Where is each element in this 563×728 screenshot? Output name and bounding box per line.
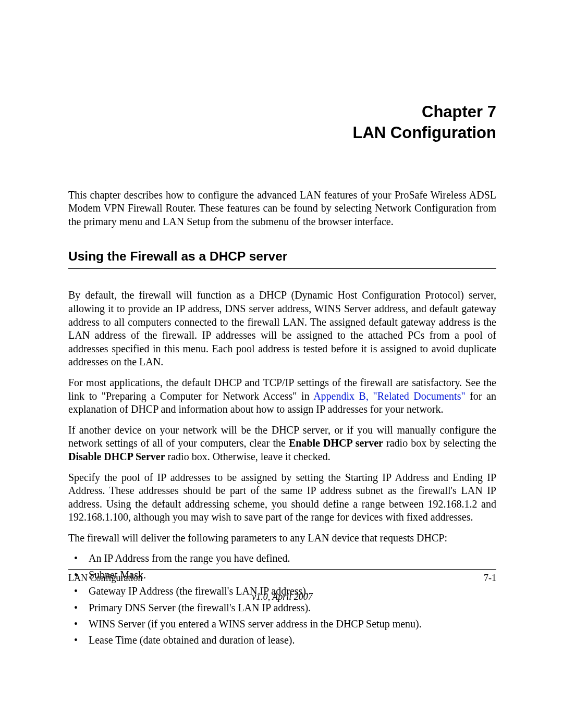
chapter-title: Chapter 7 LAN Configuration bbox=[68, 102, 496, 144]
paragraph-4: Specify the pool of IP addresses to be a… bbox=[68, 471, 496, 524]
appendix-b-link[interactable]: Appendix B, "Related Documents" bbox=[313, 390, 465, 402]
list-item: WINS Server (if you entered a WINS serve… bbox=[68, 618, 496, 631]
chapter-name: LAN Configuration bbox=[68, 122, 496, 143]
chapter-number: Chapter 7 bbox=[68, 102, 496, 122]
page-footer: LAN Configuration 7-1 v1.0, April 2007 bbox=[68, 569, 496, 602]
footer-section-name: LAN Configuration bbox=[68, 573, 142, 584]
footer-version: v1.0, April 2007 bbox=[68, 591, 496, 602]
list-item: Primary DNS Server (the firewall's LAN I… bbox=[68, 601, 496, 614]
paragraph-3: If another device on your network will b… bbox=[68, 424, 496, 464]
paragraph-2: For most applications, the default DHCP … bbox=[68, 376, 496, 416]
page: Chapter 7 LAN Configuration This chapter… bbox=[0, 0, 563, 728]
p3-t3: radio box. Otherwise, leave it checked. bbox=[165, 451, 331, 462]
list-item: Lease Time (date obtained and duration o… bbox=[68, 634, 496, 647]
footer-row: LAN Configuration 7-1 bbox=[68, 573, 496, 584]
paragraph-5: The firewall will deliver the following … bbox=[68, 532, 496, 545]
intro-paragraph: This chapter describes how to configure … bbox=[68, 189, 496, 229]
list-item: An IP Address from the range you have de… bbox=[68, 552, 496, 565]
disable-dhcp-label: Disable DHCP Server bbox=[68, 451, 165, 462]
page-number: 7-1 bbox=[484, 573, 496, 584]
footer-rule bbox=[68, 569, 496, 570]
p3-t2: radio box by selecting the bbox=[383, 437, 496, 449]
paragraph-1: By default, the firewall will function a… bbox=[68, 289, 496, 369]
enable-dhcp-label: Enable DHCP server bbox=[289, 437, 383, 449]
section-heading: Using the Firewall as a DHCP server bbox=[68, 249, 496, 269]
